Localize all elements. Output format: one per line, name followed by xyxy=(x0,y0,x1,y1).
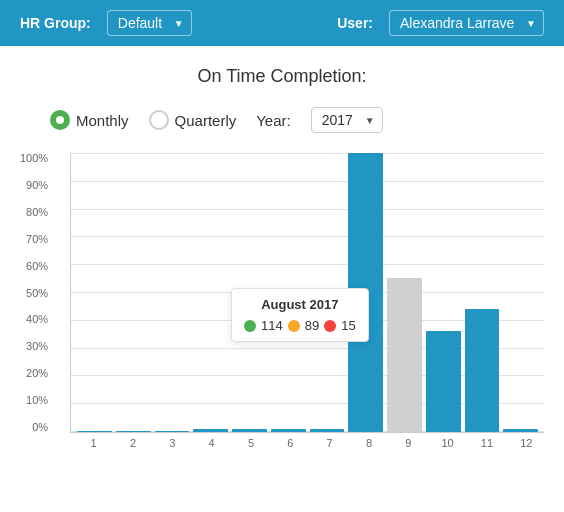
yellow-value: 89 xyxy=(305,318,319,333)
hr-group-label: HR Group: xyxy=(20,15,91,31)
y-label-100: 100% xyxy=(20,153,48,164)
y-label-30: 30% xyxy=(26,341,48,352)
user-select[interactable]: Alexandra Larrave xyxy=(389,10,544,36)
bar-4[interactable] xyxy=(193,429,228,432)
yellow-dot xyxy=(288,320,300,332)
bar-5[interactable] xyxy=(232,429,267,432)
tooltip-title: August 2017 xyxy=(244,297,356,312)
x-label-12: 12 xyxy=(509,437,544,449)
green-value: 114 xyxy=(261,318,283,333)
red-dot xyxy=(324,320,336,332)
bar-7[interactable] xyxy=(310,429,345,432)
x-label-6: 6 xyxy=(273,437,308,449)
bar-11[interactable] xyxy=(465,309,500,432)
bar-1[interactable] xyxy=(77,431,112,432)
monthly-label: Monthly xyxy=(76,112,129,129)
y-label-80: 80% xyxy=(26,207,48,218)
bar-col-3 xyxy=(155,153,190,432)
bar-3[interactable] xyxy=(155,431,190,432)
user-select-wrapper[interactable]: Alexandra Larrave xyxy=(389,10,544,36)
x-label-1: 1 xyxy=(76,437,111,449)
bar-col-11 xyxy=(465,153,500,432)
quarterly-radio-circle[interactable] xyxy=(149,110,169,130)
x-label-4: 4 xyxy=(194,437,229,449)
chart-inner: August 2017 114 89 15 xyxy=(70,153,544,433)
main-content: On Time Completion: Monthly Quarterly Ye… xyxy=(0,46,564,499)
y-label-50: 50% xyxy=(26,288,48,299)
y-label-60: 60% xyxy=(26,261,48,272)
monthly-radio[interactable]: Monthly xyxy=(50,110,129,130)
year-label: Year: xyxy=(256,112,290,129)
controls-row: Monthly Quarterly Year: 2017 2016 2015 2… xyxy=(20,107,544,133)
y-label-0: 0% xyxy=(32,422,48,433)
bar-9[interactable] xyxy=(387,278,422,432)
x-label-5: 5 xyxy=(233,437,268,449)
red-value: 15 xyxy=(341,318,355,333)
green-dot xyxy=(244,320,256,332)
bar-12[interactable] xyxy=(503,429,538,432)
bar-10[interactable] xyxy=(426,331,461,432)
year-select-wrapper[interactable]: 2017 2016 2015 2018 xyxy=(311,107,383,133)
monthly-radio-circle[interactable] xyxy=(50,110,70,130)
tooltip-row-green: 114 89 15 xyxy=(244,318,356,333)
year-select[interactable]: 2017 2016 2015 2018 xyxy=(311,107,383,133)
y-label-40: 40% xyxy=(26,314,48,325)
quarterly-radio[interactable]: Quarterly xyxy=(149,110,237,130)
y-label-10: 10% xyxy=(26,395,48,406)
header: HR Group: Default User: Alexandra Larrav… xyxy=(0,0,564,46)
y-axis: 0% 10% 20% 30% 40% 50% 60% 70% 80% 90% 1… xyxy=(20,153,48,433)
hr-group-select-wrapper[interactable]: Default xyxy=(107,10,192,36)
y-label-90: 90% xyxy=(26,180,48,191)
x-label-2: 2 xyxy=(115,437,150,449)
y-label-70: 70% xyxy=(26,234,48,245)
chart-container: 0% 10% 20% 30% 40% 50% 60% 70% 80% 90% 1… xyxy=(20,153,544,479)
bar-col-4 xyxy=(193,153,228,432)
x-label-7: 7 xyxy=(312,437,347,449)
bar-col-12 xyxy=(503,153,538,432)
bar-col-2 xyxy=(116,153,151,432)
x-label-9: 9 xyxy=(391,437,426,449)
page-title: On Time Completion: xyxy=(20,66,544,87)
x-label-3: 3 xyxy=(155,437,190,449)
bar-col-1 xyxy=(77,153,112,432)
y-label-20: 20% xyxy=(26,368,48,379)
tooltip: August 2017 114 89 15 xyxy=(231,288,369,342)
x-label-8: 8 xyxy=(351,437,386,449)
x-axis: 1 2 3 4 5 6 7 8 9 10 11 12 xyxy=(70,437,544,449)
bar-2[interactable] xyxy=(116,431,151,432)
x-label-10: 10 xyxy=(430,437,465,449)
bar-col-9 xyxy=(387,153,422,432)
user-label: User: xyxy=(337,15,373,31)
quarterly-label: Quarterly xyxy=(175,112,237,129)
bar-6[interactable] xyxy=(271,429,306,432)
hr-group-select[interactable]: Default xyxy=(107,10,192,36)
bar-col-10 xyxy=(426,153,461,432)
x-label-11: 11 xyxy=(469,437,504,449)
